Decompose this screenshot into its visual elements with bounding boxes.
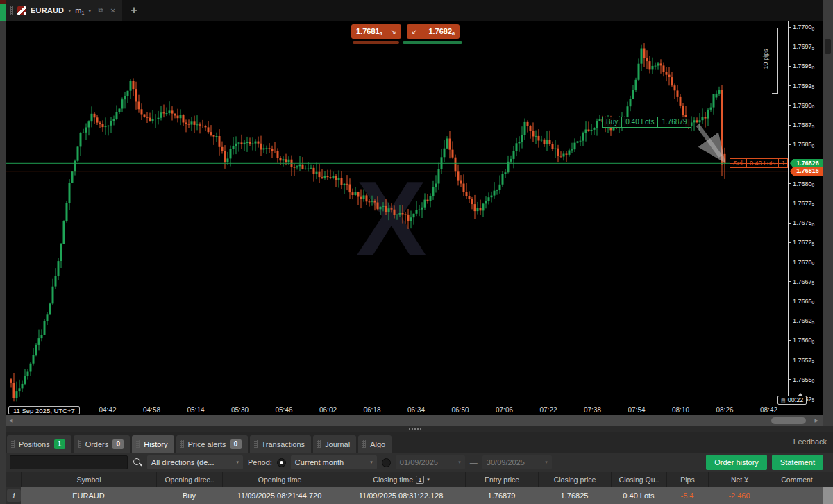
column-header-closing-price[interactable]: Closing price (538, 472, 611, 487)
tab-drag-handle-icon (317, 440, 321, 448)
panel-tab-orders[interactable]: Orders0 (74, 435, 131, 453)
scroll-left-icon[interactable]: ◀ (9, 418, 12, 423)
sort-order-badge: 1 (416, 476, 424, 484)
price-tick: 1.76750 (789, 219, 814, 226)
timeframe-label[interactable]: m1 (75, 6, 84, 15)
price-tick: 1.76700 (789, 259, 814, 266)
time-tick: 05:46 (275, 406, 292, 414)
time-tick: 06:02 (319, 406, 337, 414)
panel-tab-algo[interactable]: Algo (358, 435, 392, 453)
period-select[interactable]: Current month ▾ (291, 455, 377, 469)
panel-tab-positions[interactable]: Positions1 (7, 435, 71, 453)
panel-tab-label: Price alerts (188, 440, 226, 448)
directions-select[interactable]: All directions (de... ▾ (147, 455, 243, 469)
candle-countdown-badge: ▤ 00:22 (777, 396, 807, 405)
search-icon[interactable] (133, 457, 142, 467)
column-header-label: Comment (781, 476, 813, 484)
tab-drag-handle-icon (11, 440, 15, 448)
price-tick: 1.76600 (789, 337, 814, 344)
chart-area[interactable]: X 1.76816 ↘ ↙ 1.76826 Buy 0.40 Lots (6, 21, 823, 426)
chart-tab-bar: EURAUD ▾ m1 ▾ ⧉ ✕ + (6, 0, 823, 21)
column-header-label: Pips (680, 476, 694, 484)
symbol-label: EURAUD (31, 6, 64, 15)
column-header-pips[interactable]: Pips (666, 472, 708, 487)
date-to-value: 30/09/2025 (487, 458, 525, 467)
bottom-tabs-row: Positions1Orders0HistoryPrice alerts0Tra… (0, 432, 833, 453)
column-header-closing-time[interactable]: Closing time1▾ (337, 472, 465, 487)
time-tick: 07:22 (539, 406, 557, 414)
buy-arrow-icon: ↙ (412, 28, 417, 35)
new-tab-button[interactable]: + (131, 3, 137, 17)
date-from-select[interactable]: 01/09/2025 ▾ (396, 455, 465, 469)
history-table-header: SymbolOpening direc..Opening timeClosing… (0, 472, 833, 487)
buy-position-price: 1.76879 (657, 117, 690, 127)
sell-quote-button[interactable]: 1.76816 ↘ (351, 24, 401, 39)
left-collapsed-panel[interactable] (0, 0, 6, 504)
column-header-closing-qu[interactable]: Closing Qu.. (611, 472, 666, 487)
date-from-value: 01/09/2025 (400, 458, 438, 467)
column-header-label: Entry price (485, 476, 519, 484)
column-header-label: Opening direc.. (165, 476, 214, 484)
bid-price-badge: 1.76816 (790, 167, 823, 176)
column-header-opening-time[interactable]: Opening time (222, 472, 337, 487)
buy-quote-button[interactable]: ↙ 1.76826 (407, 24, 460, 39)
price-tick: 1.76725 (789, 239, 814, 246)
period-month-radio[interactable] (277, 458, 286, 467)
sell-price: 1.76816 (356, 27, 382, 36)
right-collapsed-panel[interactable] (823, 0, 833, 426)
sell-order-label[interactable]: Sell 0.40 Lots 1. (730, 158, 788, 168)
price-axis[interactable]: 1.76826 1.76816 1.770001.769751.769501.7… (788, 21, 823, 405)
panel-tab-transactions[interactable]: Transactions (250, 435, 312, 453)
time-tick: 07:54 (628, 406, 645, 414)
table-vertical-scrollbar-thumb[interactable] (823, 487, 833, 504)
tab-drag-handle-icon[interactable] (10, 6, 13, 15)
history-table-row[interactable]: i EURAUDBuy11/09/2025 08:21:44.72011/09/… (0, 487, 833, 504)
time-tick: 06:18 (363, 406, 380, 414)
feedback-link[interactable]: Feedback (793, 437, 827, 446)
row-cell-pips: -5.4 (666, 492, 708, 500)
chart-tab-euraud[interactable]: EURAUD ▾ m1 ▾ ⧉ ✕ (6, 0, 122, 21)
panel-tab-history[interactable]: History (132, 435, 174, 453)
candlestick-plot[interactable] (6, 21, 788, 405)
symbol-dropdown-caret-icon[interactable]: ▾ (68, 8, 71, 14)
column-header-label: Closing price (554, 476, 596, 484)
period-range-radio[interactable] (382, 458, 391, 467)
panel-tab-price-alerts[interactable]: Price alerts0 (176, 435, 248, 453)
chevron-down-icon: ▾ (236, 460, 239, 465)
buy-position-label[interactable]: Buy 0.40 Lots 1.76879 (602, 117, 691, 128)
column-header-comment[interactable]: Comment (771, 472, 823, 487)
column-header-opening-direc[interactable]: Opening direc.. (156, 472, 222, 487)
splitter-handle-icon[interactable] (408, 428, 423, 430)
statement-button[interactable]: Statement (772, 455, 823, 470)
time-tick: 08:42 (760, 406, 777, 414)
symbol-chart-icon (17, 6, 26, 15)
bottom-panel: Positions1Orders0HistoryPrice alerts0Tra… (0, 432, 833, 504)
chart-horizontal-scrollbar[interactable]: ◀ ▶ (6, 415, 823, 426)
search-input[interactable] (10, 455, 128, 469)
row-info-button[interactable]: i (7, 489, 21, 502)
panel-tab-label: History (144, 440, 167, 448)
order-history-button[interactable]: Order history (706, 455, 767, 470)
popout-icon[interactable]: ⧉ (98, 6, 103, 15)
scroll-right-icon[interactable]: ▶ (815, 418, 818, 423)
panel-tab-journal[interactable]: Journal (313, 435, 356, 453)
time-tick: 04:58 (143, 406, 160, 414)
left-strip-green-segment (0, 4, 6, 21)
selected-row-cells[interactable]: EURAUDBuy11/09/2025 08:21:44.72011/09/20… (21, 487, 823, 504)
column-header-symbol[interactable]: Symbol (21, 472, 156, 487)
timeframe-caret-icon[interactable]: ▾ (88, 8, 91, 14)
time-axis[interactable]: 11 Sep 2025, UTC+7 04:4204:5805:1405:300… (6, 405, 823, 415)
date-to-select[interactable]: 30/09/2025 ▾ (482, 455, 552, 469)
tab-drag-handle-icon (362, 440, 366, 448)
column-header-net[interactable]: Net ¥ (708, 472, 771, 487)
scrollbar-thumb[interactable] (771, 417, 806, 424)
column-header-entry-price[interactable]: Entry price (465, 472, 538, 487)
panel-splitter[interactable] (0, 426, 833, 432)
tab-drag-handle-icon (78, 440, 81, 448)
right-strip-button[interactable] (825, 39, 831, 54)
panel-tab-label: Orders (85, 440, 109, 448)
price-tick: 1.76950 (789, 62, 814, 69)
time-tick: 04:42 (99, 406, 116, 414)
close-tab-icon[interactable]: ✕ (110, 7, 116, 15)
trading-platform-window: EURAUD ▾ m1 ▾ ⧉ ✕ + X 1.76816 ↘ (0, 0, 833, 504)
